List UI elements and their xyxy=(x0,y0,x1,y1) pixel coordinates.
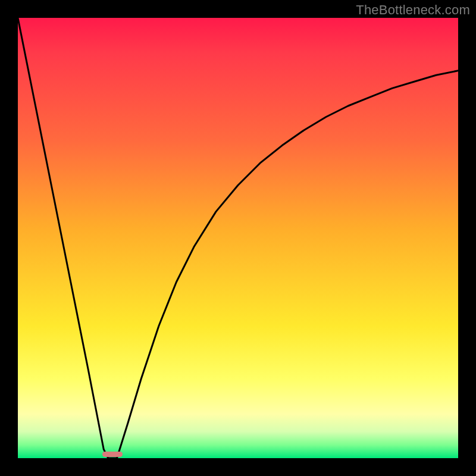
chart-frame: TheBottleneck.com xyxy=(0,0,476,476)
plot-area xyxy=(18,18,458,458)
watermark-text: TheBottleneck.com xyxy=(356,2,470,18)
curve-svg xyxy=(18,18,458,458)
curve-path xyxy=(18,18,458,458)
min-marker xyxy=(102,452,122,457)
